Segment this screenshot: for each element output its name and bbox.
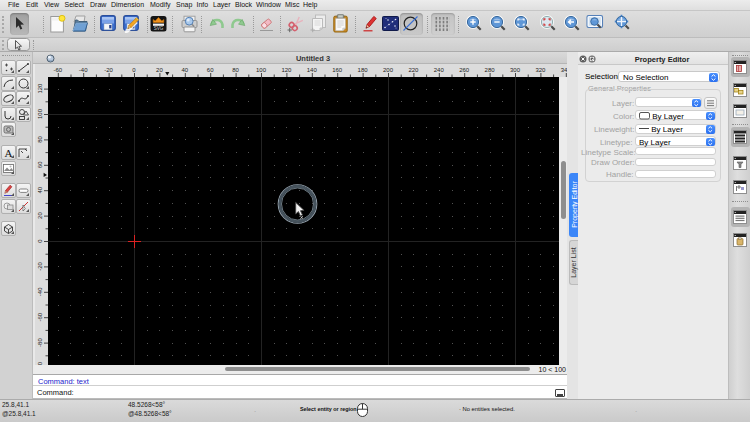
- svg-text:120: 120: [281, 67, 292, 73]
- svg-text:-80: -80: [37, 338, 43, 347]
- svg-text:20: 20: [37, 212, 43, 219]
- svg-text:80: 80: [232, 67, 239, 73]
- svg-text:-60: -60: [53, 67, 62, 73]
- svg-text:100: 100: [256, 67, 267, 73]
- svg-text:120: 120: [37, 83, 43, 94]
- svg-text:100: 100: [37, 108, 43, 119]
- svg-text:0: 0: [37, 239, 43, 243]
- svg-text:20: 20: [156, 67, 163, 73]
- svg-text:-40: -40: [37, 287, 43, 296]
- svg-text:A: A: [5, 147, 13, 159]
- svg-text:60: 60: [37, 161, 43, 168]
- svg-text:280: 280: [485, 67, 496, 73]
- svg-text:240: 240: [434, 67, 445, 73]
- svg-text:80: 80: [37, 135, 43, 142]
- svg-text:-20: -20: [37, 261, 43, 270]
- svg-text:40: 40: [181, 67, 188, 73]
- svg-text:-20: -20: [104, 67, 113, 73]
- svg-text:140: 140: [307, 67, 318, 73]
- svg-text:320: 320: [535, 67, 546, 73]
- svg-text:260: 260: [459, 67, 470, 73]
- svg-text:300: 300: [510, 67, 521, 73]
- svg-text:-40: -40: [79, 67, 88, 73]
- svg-text:180: 180: [358, 67, 369, 73]
- svg-text:0: 0: [132, 67, 136, 73]
- svg-text:40: 40: [37, 186, 43, 193]
- svg-text:-60: -60: [37, 312, 43, 321]
- svg-text:220: 220: [408, 67, 419, 73]
- svg-text:160: 160: [332, 67, 343, 73]
- svg-text:60: 60: [207, 67, 214, 73]
- svg-text:SVG: SVG: [154, 26, 164, 31]
- svg-text:200: 200: [383, 67, 394, 73]
